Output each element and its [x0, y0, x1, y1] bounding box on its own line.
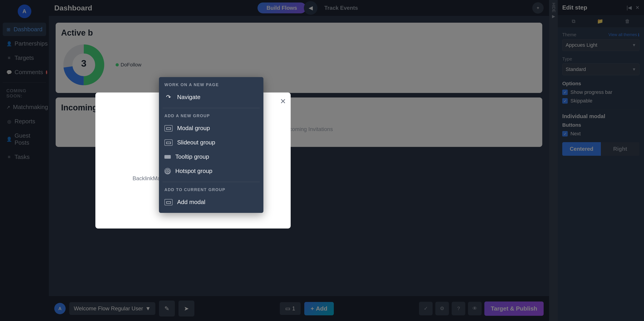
navigate-icon: ↷ — [164, 94, 172, 100]
section-new-page-label: WORK ON A NEW PAGE — [159, 81, 264, 90]
dropdown-menu: WORK ON A NEW PAGE ↷ Navigate ADD A NEW … — [159, 77, 264, 213]
dropdown-navigate-item[interactable]: ↷ Navigate — [159, 90, 264, 104]
dropdown-section-current-group: ADD TO CURRENT GROUP ▭ Add modal — [159, 182, 264, 213]
dropdown-tooltip-group-item[interactable]: Tooltip group — [159, 150, 264, 164]
dropdown-hotspot-group-item[interactable]: ◎ Hotspot group — [159, 164, 264, 178]
modal-close-button[interactable]: ✕ — [280, 97, 286, 106]
dropdown-section-new-group: ADD A NEW GROUP ▭ Modal group ▭ Slideout… — [159, 108, 264, 182]
add-modal-icon: ▭ — [164, 199, 172, 205]
slideout-group-icon: ▭ — [164, 140, 172, 146]
dropdown-slideout-group-item[interactable]: ▭ Slideout group — [159, 135, 264, 150]
dropdown-modal-group-item[interactable]: ▭ Modal group — [159, 121, 264, 135]
modal-overlay: ✕ Welcome — [0, 0, 644, 321]
hotspot-group-icon: ◎ — [164, 168, 171, 174]
modal-group-icon: ▭ — [164, 125, 172, 132]
dropdown-section-new-page: WORK ON A NEW PAGE ↷ Navigate — [159, 77, 264, 108]
dropdown-add-modal-item[interactable]: ▭ Add modal — [159, 195, 264, 209]
section-current-group-label: ADD TO CURRENT GROUP — [159, 186, 264, 195]
tooltip-group-icon — [164, 155, 171, 159]
section-new-group-label: ADD A NEW GROUP — [159, 112, 264, 121]
